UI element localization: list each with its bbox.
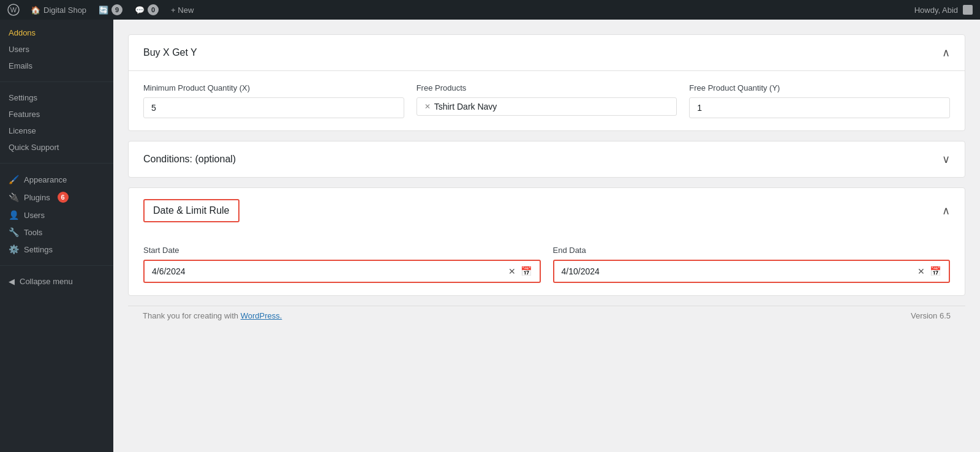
start-date-input[interactable]: 4/6/2024 ✕ 📅 [143,260,541,283]
end-date-calendar-icon[interactable]: 📅 [930,266,941,277]
end-date-clear-icon[interactable]: ✕ [918,266,925,276]
end-date-input[interactable]: 4/10/2024 ✕ 📅 [553,260,951,283]
site-name-item[interactable]: 🏠 Digital Shop [24,0,92,20]
date-limit-title-box: Date & Limit Rule [143,199,239,222]
buy-x-get-y-header: Buy X Get Y ∧ [129,35,965,71]
admin-bar: W 🏠 Digital Shop 🔄 9 💬 0 + New Howdy, Ab… [0,0,980,20]
plugins-icon: 🔌 [9,192,19,202]
date-limit-header: Date & Limit Rule ∧ [129,188,965,233]
buy-x-get-y-title: Buy X Get Y [143,47,197,58]
howdy-label: Howdy, Abid [914,6,958,15]
sidebar-item-features[interactable]: Features [0,106,113,122]
start-date-label: Start Date [143,246,541,255]
min-qty-group: Minimum Product Quantity (X) [143,83,404,118]
settings-wp-icon: ⚙️ [9,244,19,254]
start-date-calendar-icon[interactable]: 📅 [521,266,532,277]
min-qty-label: Minimum Product Quantity (X) [143,83,404,92]
tag-clear-icon[interactable]: ✕ [424,102,431,111]
sidebar-item-settings-sub[interactable]: Settings [0,89,113,106]
comments-count: 0 [148,4,159,15]
sidebar-item-tools[interactable]: 🔧 Tools [0,224,113,241]
sidebar-item-quick-support[interactable]: Quick Support [0,139,113,156]
tools-icon: 🔧 [9,227,19,237]
tools-label: Tools [24,228,42,237]
appearance-icon: 🖌️ [9,175,19,184]
sidebar-item-users-sub[interactable]: Users [0,41,113,58]
buy-x-get-y-form-row: Minimum Product Quantity (X) Free Produc… [143,83,950,118]
conditions-card: Conditions: (optional) ∨ [128,141,965,178]
buy-x-get-y-body: Minimum Product Quantity (X) Free Produc… [129,71,965,130]
buy-x-get-y-card: Buy X Get Y ∧ Minimum Product Quantity (… [128,34,965,131]
end-date-label: End Data [553,246,951,255]
updates-count: 9 [111,4,123,15]
start-date-value: 4/6/2024 [152,266,503,276]
free-products-tag-value: Tshirt Dark Navy [434,102,497,111]
min-qty-input[interactable] [143,97,404,118]
appearance-label: Appearance [24,175,67,184]
sidebar-item-license[interactable]: License [0,122,113,139]
conditions-title: Conditions: (optional) [143,154,236,165]
avatar[interactable] [963,5,973,15]
site-name-label: Digital Shop [43,6,86,15]
license-label: License [9,126,36,135]
emails-label: Emails [9,61,32,70]
adminbar-right: Howdy, Abid [914,5,973,15]
footer-version: Version 6.5 [911,311,951,320]
settings-section: Settings Features License Quick Support [0,85,113,160]
users-sub-label: Users [9,45,29,54]
comments-icon: 💬 [135,6,145,15]
collapse-menu-item[interactable]: ◀ Collapse menu [0,273,113,290]
new-label: + New [171,6,194,15]
collapse-icon: ◀ [9,277,15,286]
plugins-label: Plugins [24,193,50,202]
updates-icon: 🔄 [99,6,108,15]
settings-sub-label: Settings [9,93,37,102]
end-date-value: 4/10/2024 [562,266,913,276]
free-products-label: Free Products [417,83,677,92]
sidebar-item-settings-wp[interactable]: ⚙️ Settings [0,241,113,258]
footer-text: Thank you for creating with WordPress. [143,311,282,320]
free-products-input[interactable]: ✕ Tshirt Dark Navy [417,97,677,116]
date-form-row: Start Date 4/6/2024 ✕ 📅 End Data 4/10/20… [143,246,950,283]
plugins-badge: 6 [58,192,69,203]
sidebar: Addons Users Emails Settings Features Li… [0,20,113,452]
updates-item[interactable]: 🔄 9 [92,0,129,20]
date-limit-title: Date & Limit Rule [153,205,230,216]
collapse-section: ◀ Collapse menu [0,268,113,295]
free-qty-input[interactable] [689,97,950,118]
plugin-section: Addons Users Emails [0,20,113,79]
sidebar-item-addons[interactable]: Addons [0,24,113,41]
settings-wp-label: Settings [24,245,53,254]
comments-item[interactable]: 💬 0 [129,0,165,20]
date-limit-body: Start Date 4/6/2024 ✕ 📅 End Data 4/10/20… [129,233,965,295]
sidebar-item-plugins[interactable]: 🔌 Plugins 6 [0,188,113,206]
start-date-group: Start Date 4/6/2024 ✕ 📅 [143,246,541,283]
wp-section: 🖌️ Appearance 🔌 Plugins 6 👤 Users 🔧 Tool… [0,166,113,263]
quick-support-label: Quick Support [9,143,59,152]
users-wp-label: Users [24,211,45,220]
features-label: Features [9,110,40,119]
main-content: Buy X Get Y ∧ Minimum Product Quantity (… [113,20,980,452]
collapse-label: Collapse menu [20,277,73,286]
date-limit-card: Date & Limit Rule ∧ Start Date 4/6/2024 … [128,187,965,296]
footer-wp-link[interactable]: WordPress. [241,311,282,320]
free-qty-group: Free Product Quantity (Y) [689,83,950,118]
buy-x-get-y-collapse-icon[interactable]: ∧ [942,46,950,59]
free-products-group: Free Products ✕ Tshirt Dark Navy [417,83,677,118]
sidebar-item-users-wp[interactable]: 👤 Users [0,206,113,224]
end-date-group: End Data 4/10/2024 ✕ 📅 [553,246,951,283]
users-wp-icon: 👤 [9,210,19,220]
wp-logo-icon[interactable]: W [7,4,20,16]
svg-text:W: W [10,6,17,13]
sidebar-item-appearance[interactable]: 🖌️ Appearance [0,171,113,188]
start-date-clear-icon[interactable]: ✕ [508,266,516,276]
date-limit-collapse-icon[interactable]: ∧ [942,204,950,217]
sidebar-item-emails[interactable]: Emails [0,58,113,74]
conditions-expand-icon[interactable]: ∨ [942,153,950,166]
new-content-item[interactable]: + New [165,0,200,20]
addons-label: Addons [9,28,36,37]
home-icon: 🏠 [31,6,40,15]
free-qty-label: Free Product Quantity (Y) [689,83,950,92]
footer: Thank you for creating with WordPress. V… [128,306,965,325]
conditions-header: Conditions: (optional) ∨ [129,141,965,177]
